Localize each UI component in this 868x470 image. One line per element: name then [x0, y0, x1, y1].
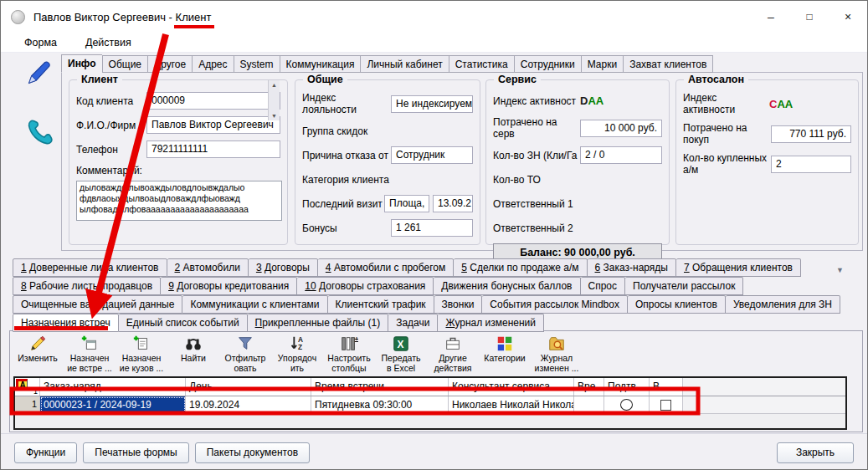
table-cell[interactable]	[574, 396, 604, 413]
section-tab-Коммуникации с клиентами[interactable]: Коммуникации с клиентами	[182, 295, 327, 314]
tab-Марки[interactable]: Марки	[581, 55, 623, 73]
grid-corner-cell[interactable]: A1	[15, 378, 40, 396]
field-value[interactable]: 2 / 0	[580, 146, 662, 164]
grid-rows: 10000023-1 / 2024-09-1919.09.2024Пятидне…	[15, 396, 845, 414]
filter-a-icon[interactable]: A	[16, 379, 28, 391]
maximize-button[interactable]: □	[790, 1, 829, 33]
group-client: Клиент Код клиента000009Ф.И.О./ФирмПавло…	[69, 79, 288, 245]
toolbar-button-excel[interactable]: XПередать в Excel	[375, 334, 427, 374]
field-value[interactable]: 770 111 руб.	[771, 125, 851, 143]
pen-icon[interactable]	[24, 59, 53, 91]
section-tab-Журнал изменений[interactable]: Журнал изменений	[438, 314, 544, 332]
section-tab-9 Договоры кредитования[interactable]: 9 Договоры кредитования	[161, 277, 297, 295]
tab-Коммуникация[interactable]: Коммуникация	[280, 55, 361, 73]
section-tab-3 Договоры[interactable]: 3 Договоры	[249, 258, 318, 277]
column-header-В...[interactable]: В...	[650, 378, 683, 396]
section-tab-Задачи[interactable]: Задачи	[388, 314, 438, 332]
footer-button-Пакеты документов[interactable]: Пакеты документов	[195, 442, 310, 463]
table-cell[interactable]: Николаев Николай Никола...	[449, 396, 574, 413]
column-header-Консультант сервиса[interactable]: Консультант сервиса	[449, 378, 574, 396]
menu-item[interactable]: Действия	[85, 37, 131, 49]
field-value[interactable]: 000009	[146, 92, 280, 110]
toolbar-button-categories[interactable]: Категории	[479, 334, 531, 364]
toolbar-button-label: Отфильтр овать	[225, 354, 266, 374]
toolbar-button-journal[interactable]: Журнал изменен ...	[531, 334, 583, 374]
column-header-День[interactable]: День	[186, 378, 311, 396]
section-tab-7 Обращения клиентов[interactable]: 7 Обращения клиентов	[676, 258, 801, 277]
footer-button-Печатные формы[interactable]: Печатные формы	[83, 442, 188, 463]
tab-Другое[interactable]: Другое	[147, 55, 192, 73]
section-tab-Движения бонусных баллов[interactable]: Движения бонусных баллов	[434, 277, 580, 295]
comment-scrollbar[interactable]: ▲ ▼	[268, 80, 280, 120]
close-window-button[interactable]: ×	[829, 1, 867, 33]
row-checkbox[interactable]	[660, 400, 671, 411]
section-tab-2 Автомобили[interactable]: 2 Автомобили	[167, 258, 249, 277]
toolbar-button-body-add[interactable]: Назначен ие кузов ...	[116, 334, 167, 374]
section-tab-Единый список событий[interactable]: Единый список событий	[119, 314, 248, 332]
section-tab-Получатели рассылок[interactable]: Получатели рассылок	[625, 277, 743, 295]
section-tab-Клиентский трафик[interactable]: Клиентский трафик	[328, 295, 434, 314]
comment-textarea[interactable]: дыловаждфлывоаждыловдлоывждалыо фдвлаоыж…	[76, 181, 282, 221]
section-tab-Звонки[interactable]: Звонки	[434, 295, 483, 314]
tab-Личный кабинет[interactable]: Личный кабинет	[360, 55, 448, 73]
toolbar-button-sort[interactable]: AZУпорядоч ить	[271, 334, 323, 374]
section-tab-6 Заказ-наряды[interactable]: 6 Заказ-наряды	[588, 258, 676, 277]
tab-Общие[interactable]: Общие	[102, 55, 147, 73]
menu-item[interactable]: Форма	[24, 37, 57, 49]
column-header-Время встречи[interactable]: Время встречи	[311, 378, 449, 396]
column-header-Подтв...[interactable]: Подтв...	[604, 378, 650, 396]
section-tab-10 Договоры страхования[interactable]: 10 Договоры страхования	[297, 277, 434, 295]
scroll-up-icon[interactable]: ▲	[271, 82, 277, 88]
confirm-circle-icon[interactable]	[620, 399, 633, 411]
field-value[interactable]: 10 000 руб.	[580, 120, 662, 137]
field-value[interactable]: 2	[771, 156, 851, 173]
section-tab-1 Доверенные лица клиентов[interactable]: 1 Доверенные лица клиентов	[13, 258, 167, 277]
field-row: Категория клиента	[302, 171, 473, 188]
tab-Сотрудники[interactable]: Сотрудники	[514, 55, 581, 73]
column-header-Заказ-наряд[interactable]: Заказ-наряд	[40, 378, 186, 396]
section-tab-5 Сделки по продаже а/м[interactable]: 5 Сделки по продаже а/м	[454, 258, 587, 277]
toolbar-button-filter[interactable]: Отфильтр овать	[219, 334, 271, 374]
tabs-overflow-icon[interactable]: ▼	[836, 266, 844, 274]
toolbar-button-binoculars[interactable]: Найти	[167, 334, 219, 364]
section-tab-Спрос[interactable]: Спрос	[581, 277, 626, 295]
field-value[interactable]: Площа,	[384, 195, 429, 212]
field-value[interactable]: 13.09.2	[433, 195, 473, 212]
field-value[interactable]: 79211111111	[146, 140, 280, 158]
field-label: Причина отказа от	[302, 150, 391, 161]
table-cell[interactable]	[604, 396, 650, 413]
toolbar-button-actions[interactable]: Другие действия	[427, 334, 479, 374]
column-header-Вре...[interactable]: Вре...	[574, 378, 604, 396]
table-cell[interactable]	[650, 396, 683, 413]
table-cell[interactable]: 19.09.2024	[186, 396, 311, 413]
tab-Статистика[interactable]: Статистика	[449, 55, 514, 73]
section-tab-8 Рабочие листы продавцов[interactable]: 8 Рабочие листы продавцов	[13, 277, 161, 295]
phone-icon[interactable]	[24, 116, 56, 151]
tab-Инфо[interactable]: Инфо	[61, 54, 102, 73]
field-value[interactable]: 1 261	[391, 219, 473, 237]
tab-System[interactable]: System	[234, 55, 280, 73]
field-value[interactable]: Сотрудник	[391, 146, 473, 164]
minimize-button[interactable]: –	[752, 1, 790, 33]
section-tab-Прикрепленные файлы (1)[interactable]: Прикрепленные файлы (1)	[248, 314, 389, 332]
field-value[interactable]: Павлов Виктор Сергеевич	[146, 116, 280, 134]
table-row[interactable]: 10000023-1 / 2024-09-1919.09.2024Пятидне…	[15, 396, 845, 414]
tab-Захват клиентов[interactable]: Захват клиентов	[623, 55, 713, 73]
section-tab-События рассылок Mindbox[interactable]: События рассылок Mindbox	[482, 295, 628, 314]
footer-button-Функции[interactable]: Функции	[14, 442, 77, 463]
toolbar-button-columns[interactable]: ±Настроить столбцы	[323, 334, 375, 374]
section-tab-Назначения встреч[interactable]: Назначения встреч	[13, 314, 119, 332]
section-tab-Опросы клиентов[interactable]: Опросы клиентов	[628, 295, 726, 314]
scroll-down-icon[interactable]: ▼	[271, 113, 277, 119]
section-tab-4 Автомобили с пробегом[interactable]: 4 Автомобили с пробегом	[318, 258, 454, 277]
table-cell[interactable]: Пятидневка 09:30:00	[311, 396, 449, 413]
table-cell[interactable]: 0000023-1 / 2024-09-19	[40, 396, 186, 413]
close-button[interactable]: Закрыть	[777, 442, 854, 463]
section-tab-Очищенные валидацией данные[interactable]: Очищенные валидацией данные	[13, 295, 182, 314]
section-tab-Уведомления для ЗН[interactable]: Уведомления для ЗН	[726, 295, 840, 314]
tab-Адрес[interactable]: Адрес	[192, 55, 233, 73]
toolbar-button-appt-add[interactable]: Назначен ие встре ...	[64, 334, 116, 374]
field-value[interactable]: Не индексируемь	[391, 95, 473, 113]
toolbar-button-pencil[interactable]: Изменить	[12, 334, 64, 364]
table-cell[interactable]: 1	[15, 396, 40, 413]
